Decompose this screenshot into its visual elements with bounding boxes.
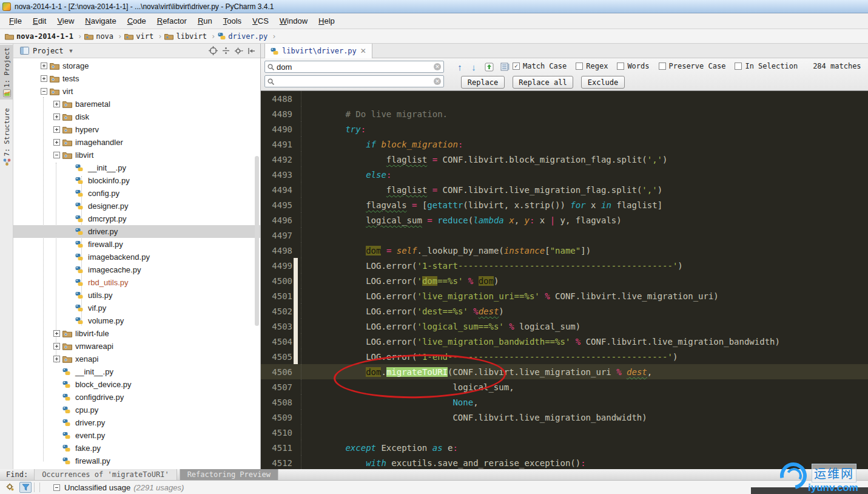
close-icon[interactable]: ✕: [360, 47, 366, 55]
tree-item-driver-py[interactable]: driver.py: [13, 225, 260, 238]
tree-item-imagecache-py[interactable]: imagecache.py: [13, 263, 260, 276]
project-view-selector[interactable]: Project: [33, 47, 64, 55]
tree-item-libvirt[interactable]: libvirt: [13, 149, 260, 161]
code-line-4495[interactable]: 4495 flagvals = [getattr(libvirt, x.stri…: [261, 197, 868, 212]
tree-item-imagehandler[interactable]: imagehandler: [13, 136, 260, 149]
menu-tools[interactable]: Tools: [218, 15, 247, 27]
tree-item-block-device-py[interactable]: block_device.py: [13, 378, 260, 391]
menu-navigate[interactable]: Navigate: [79, 15, 121, 27]
tree-item-vif-py[interactable]: vif.py: [13, 302, 260, 314]
tree-item-baremetal[interactable]: baremetal: [13, 98, 260, 110]
code-line-4511[interactable]: 4511 except Exception as e:: [261, 440, 868, 455]
search-input[interactable]: dom ✕: [264, 61, 444, 73]
code-line-4490[interactable]: 4490 try:: [261, 121, 868, 137]
settings-gear-icon[interactable]: [4, 482, 16, 493]
breadcrumb-item-nova[interactable]: nova: [84, 32, 113, 41]
checkbox-words[interactable]: Words: [617, 62, 649, 70]
button-replace[interactable]: Replace: [461, 76, 505, 89]
expand-icon[interactable]: [41, 63, 47, 69]
button-exclude[interactable]: Exclude: [581, 76, 625, 89]
collapse-icon[interactable]: [53, 152, 60, 158]
tree-item-disk[interactable]: disk: [13, 110, 260, 123]
code-line-4512[interactable]: 4512 with excutils.save_and_reraise_exce…: [261, 455, 868, 469]
expand-icon[interactable]: [53, 343, 60, 350]
expand-icon[interactable]: [53, 101, 60, 107]
clear-search-icon[interactable]: ✕: [434, 63, 441, 70]
tree-item-dmcrypt-py[interactable]: dmcrypt.py: [13, 212, 260, 225]
open-in-find-window-icon[interactable]: [483, 61, 495, 73]
code-editor[interactable]: 44884489 # Do live migration.4490 try:44…: [261, 91, 868, 469]
tree-item-event-py[interactable]: event.py: [13, 429, 260, 442]
button-replace-all[interactable]: Replace all: [513, 76, 573, 89]
tree-item-firewall-py[interactable]: firewall.py: [13, 455, 260, 467]
tree-item-config-py[interactable]: config.py: [13, 187, 260, 200]
tree-item-virt[interactable]: virt: [13, 85, 260, 98]
bottom-tab-refactoring-preview[interactable]: Refactoring Preview: [180, 469, 278, 480]
gear-icon[interactable]: [234, 46, 244, 56]
code-line-4488[interactable]: 4488: [261, 91, 868, 106]
expand-icon[interactable]: [53, 113, 60, 120]
tree-item-designer-py[interactable]: designer.py: [13, 200, 260, 212]
menu-edit[interactable]: Edit: [27, 15, 52, 27]
tree-item-hyperv[interactable]: hyperv: [13, 123, 260, 136]
usage-tree-node[interactable]: Unclassified usage (2291 usages): [53, 483, 184, 492]
breadcrumb-item-nova-2014-1-1[interactable]: nova-2014-1-1: [5, 32, 73, 41]
replace-input[interactable]: ✕: [264, 75, 444, 87]
tree-item-imagebackend-py[interactable]: imagebackend.py: [13, 251, 260, 263]
code-line-4503[interactable]: 4503 LOG.error('logical_sum==%s' % logic…: [261, 319, 868, 334]
tab-driver-py[interactable]: libvirt\driver.py ✕: [264, 44, 372, 58]
tree-item-volume-py[interactable]: volume.py: [13, 314, 260, 327]
code-line-4505[interactable]: 4505 LOG.error('1-end-------------------…: [261, 349, 868, 364]
tree-item-xenapi[interactable]: xenapi: [13, 353, 260, 365]
collapse-all-icon[interactable]: [221, 46, 231, 56]
menu-help[interactable]: Help: [313, 15, 340, 27]
preview-icon[interactable]: [499, 61, 511, 73]
project-scrollbar[interactable]: [255, 156, 259, 326]
code-line-4492[interactable]: 4492 flaglist = CONF.libvirt.block_migra…: [261, 152, 868, 167]
checkbox-in-selection[interactable]: In Selection: [735, 62, 798, 70]
code-line-4508[interactable]: 4508 None,: [261, 394, 868, 410]
clear-replace-icon[interactable]: ✕: [434, 78, 441, 85]
tree-item-fake-py[interactable]: fake.py: [13, 442, 260, 455]
hide-panel-icon[interactable]: [246, 46, 257, 56]
expand-icon[interactable]: [53, 330, 60, 337]
stripe-button-project[interactable]: 1: Project: [0, 45, 13, 100]
code-line-4501[interactable]: 4501 LOG.error('live_migration_uri==%s' …: [261, 288, 868, 303]
tree-item-tests[interactable]: tests: [13, 72, 260, 85]
menu-code[interactable]: Code: [122, 15, 152, 27]
breadcrumb-item-driver-py[interactable]: driver.py: [218, 32, 267, 41]
code-line-4502[interactable]: 4502 LOG.error('dest==%s' %dest): [261, 303, 868, 319]
code-line-4510[interactable]: 4510: [261, 425, 868, 440]
code-line-4499[interactable]: 4499 LOG.error('1-start-----------------…: [261, 258, 868, 273]
expand-icon[interactable]: [53, 139, 60, 146]
expand-icon[interactable]: [53, 126, 60, 133]
tree-item-utils-py[interactable]: utils.py: [13, 289, 260, 302]
filter-icon[interactable]: [19, 482, 32, 493]
tree-item-storage[interactable]: storage: [13, 59, 260, 72]
locate-file-icon[interactable]: [208, 46, 218, 56]
tree-item-configdrive-py[interactable]: configdrive.py: [13, 391, 260, 404]
next-match-icon[interactable]: ↓: [468, 61, 480, 73]
collapse-icon[interactable]: [41, 88, 47, 95]
menu-run[interactable]: Run: [192, 15, 218, 27]
code-line-4494[interactable]: 4494 flaglist = CONF.libvirt.live_migrat…: [261, 182, 868, 197]
tree-item-cpu-py[interactable]: cpu.py: [13, 404, 260, 416]
menu-view[interactable]: View: [52, 15, 79, 27]
menu-refactor[interactable]: Refactor: [152, 15, 192, 27]
code-line-4498[interactable]: 4498 dom = self._lookup_by_name(instance…: [261, 243, 868, 258]
code-line-4491[interactable]: 4491 if block_migration:: [261, 137, 868, 152]
code-line-4489[interactable]: 4489 # Do live migration.: [261, 106, 868, 121]
previous-match-icon[interactable]: ↑: [454, 61, 466, 73]
breadcrumb-item-virt[interactable]: virt: [124, 32, 153, 41]
tree-item-libvirt-fule[interactable]: libvirt-fule: [13, 327, 260, 340]
code-line-4500[interactable]: 4500 LOG.error('dom==%s' % dom): [261, 273, 868, 288]
expand-icon[interactable]: [53, 356, 60, 362]
menu-vcs[interactable]: VCS: [247, 15, 274, 27]
code-line-4493[interactable]: 4493 else:: [261, 167, 868, 182]
checkbox-match-case[interactable]: ✓Match Case: [513, 62, 567, 70]
code-line-4509[interactable]: 4509 CONF.libvirt.live_migration_bandwid…: [261, 410, 868, 425]
tree-item---init---py[interactable]: __init__.py: [13, 365, 260, 378]
tree-item-driver-py[interactable]: driver.py: [13, 416, 260, 429]
checkbox-regex[interactable]: Regex: [576, 62, 608, 70]
code-line-4504[interactable]: 4504 LOG.error('live_migration_bandwidth…: [261, 334, 868, 349]
